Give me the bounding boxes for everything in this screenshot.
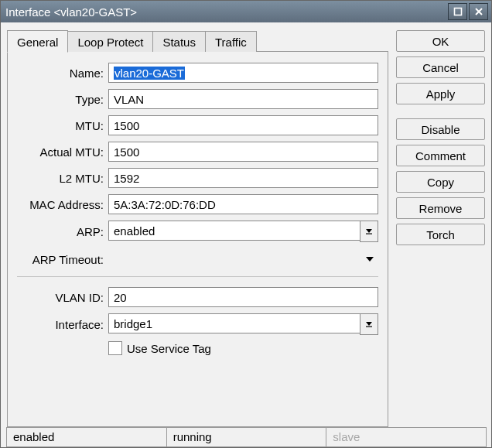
status-cell-1: enabled [6, 427, 167, 447]
arp-timeout-dropdown-button[interactable] [361, 248, 378, 270]
label-arp: ARP: [17, 225, 104, 238]
comment-button[interactable]: Comment [396, 145, 485, 166]
close-icon [474, 7, 483, 16]
window-title: Interface <vlan20-GAST> [5, 5, 137, 19]
tab-status[interactable]: Status [152, 31, 206, 52]
chevron-down-icon [365, 255, 374, 263]
use-service-tag-label: Use Service Tag [127, 342, 211, 355]
tab-panel-general: Name: vlan20-GAST Type: MTU: [7, 51, 388, 427]
remove-button[interactable]: Remove [396, 197, 485, 219]
cancel-button[interactable]: Cancel [396, 56, 485, 78]
svg-marker-3 [366, 229, 372, 233]
l2-mtu-field[interactable] [108, 168, 378, 188]
interface-dropdown-button[interactable] [360, 313, 378, 335]
svg-marker-6 [366, 322, 372, 326]
label-vlan-id: VLAN ID: [17, 291, 104, 304]
interface-select[interactable] [108, 313, 360, 333]
svg-marker-5 [366, 257, 374, 262]
svg-rect-0 [454, 9, 461, 15]
torch-button[interactable]: Torch [396, 224, 485, 245]
tab-traffic[interactable]: Traffic [205, 31, 257, 52]
use-service-tag-checkbox[interactable] [108, 341, 122, 355]
label-actual-mtu: Actual MTU: [17, 145, 104, 159]
close-button[interactable] [469, 3, 488, 20]
label-l2-mtu: L2 MTU: [17, 172, 104, 185]
svg-rect-7 [366, 327, 372, 327]
actual-mtu-field [108, 142, 378, 162]
label-type: Type: [17, 93, 104, 106]
mac-address-field[interactable] [108, 194, 378, 214]
arp-select[interactable] [108, 221, 360, 241]
status-cell-2: running [166, 427, 327, 447]
arp-dropdown-button[interactable] [360, 221, 378, 242]
label-interface: Interface: [17, 318, 104, 331]
svg-rect-4 [366, 234, 372, 234]
tab-general[interactable]: General [7, 30, 68, 53]
type-field [108, 89, 378, 109]
side-buttons: OK Cancel Apply Disable Comment Copy Rem… [396, 29, 485, 427]
dropdown-arrow-icon [365, 227, 373, 235]
copy-button[interactable]: Copy [396, 171, 485, 193]
label-mac: MAC Address: [17, 198, 104, 211]
vlan-id-field[interactable] [108, 287, 378, 307]
name-field[interactable]: vlan20-GAST [108, 63, 378, 83]
dropdown-arrow-icon [365, 320, 373, 328]
label-arp-timeout: ARP Timeout: [17, 253, 104, 266]
mtu-field[interactable] [108, 115, 378, 135]
undock-icon [453, 7, 463, 16]
apply-button[interactable]: Apply [396, 83, 485, 104]
disable-button[interactable]: Disable [396, 118, 485, 140]
tab-strip: General Loop Protect Status Traffic [7, 29, 388, 52]
separator [17, 276, 378, 278]
dialog-window: Interface <vlan20-GAST> General Loop Pro… [0, 0, 492, 448]
form-column: General Loop Protect Status Traffic Name… [7, 29, 388, 427]
label-mtu: MTU: [17, 119, 104, 132]
label-name: Name: [17, 67, 104, 80]
client-area: General Loop Protect Status Traffic Name… [1, 22, 491, 447]
status-cell-3: slave [326, 427, 487, 447]
title-bar: Interface <vlan20-GAST> [1, 1, 491, 22]
undock-button[interactable] [448, 3, 467, 20]
status-bar: enabled running slave [6, 427, 486, 447]
name-value: vlan20-GAST [114, 67, 185, 80]
ok-button[interactable]: OK [396, 30, 485, 52]
tab-loop-protect[interactable]: Loop Protect [67, 31, 153, 52]
